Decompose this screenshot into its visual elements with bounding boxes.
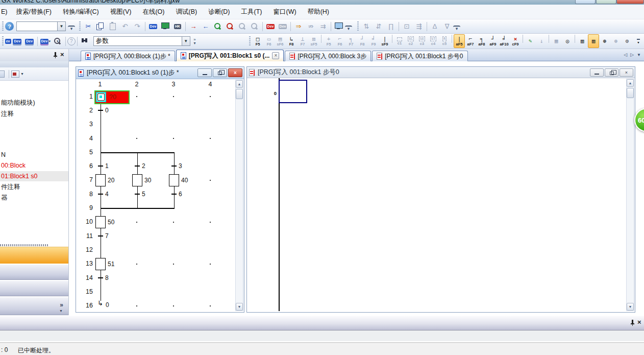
sfc-step[interactable] <box>132 174 142 186</box>
scroll-left-icon[interactable]: ◁ <box>624 52 627 57</box>
sfc-r-button[interactable]: Rc5 <box>439 34 450 48</box>
menu-item[interactable]: 搜索/替换(F) <box>11 5 57 19</box>
sfc-par-branch-button[interactable]: ╕F7 <box>345 34 357 48</box>
trace-icon[interactable]: ⊡ <box>401 21 413 32</box>
project-search-combobox[interactable]: ▼ <box>16 21 66 31</box>
pc-connection-icon[interactable] <box>333 21 345 32</box>
close-icon[interactable]: × <box>60 52 64 58</box>
minimize-button[interactable] <box>590 68 604 77</box>
sfc-vline-alt-button[interactable]: |aF5 <box>454 34 465 48</box>
document-tab[interactable]: [PRG]写入 001:Block1 s0 (... × <box>176 50 284 61</box>
sfc-sel-converge-button[interactable]: ┘F8 <box>357 34 368 48</box>
sfc-vline-button[interactable]: |sF9 <box>379 34 390 48</box>
chevron-down-icon[interactable]: ▼ <box>20 72 24 76</box>
cut-icon[interactable]: ✂ <box>82 21 94 32</box>
device-memory-icon[interactable]: Dev <box>23 36 36 47</box>
nav-tool-icon[interactable] <box>0 70 5 78</box>
nav-category-button[interactable]: » ▼ <box>0 297 68 315</box>
toolbar-overflow-icon[interactable]: ▾ <box>345 26 352 31</box>
paste-icon[interactable] <box>107 21 119 32</box>
sfc-transition-label[interactable]: 5 <box>142 191 145 198</box>
minimize-button[interactable] <box>197 68 212 77</box>
sfc-transition-label[interactable]: 1 <box>105 162 109 170</box>
trace-transfer-icon[interactable]: ⇶ <box>413 21 425 32</box>
scroll-down-icon[interactable]: ▼ <box>627 303 634 311</box>
menu-item[interactable]: 在线(O) <box>137 5 170 19</box>
pulse-icon[interactable]: ∏ <box>385 21 397 32</box>
sfc-block-button[interactable]: ▭F6 <box>263 34 275 48</box>
sfc-transition-label[interactable]: 4 <box>105 191 109 198</box>
menu-item[interactable]: 窗口(W) <box>268 5 302 19</box>
menu-item[interactable]: E) <box>0 5 11 19</box>
menu-item[interactable]: 转换/编译(C) <box>57 5 105 19</box>
toolbar-grip[interactable] <box>249 36 251 46</box>
device-display-icon[interactable]: Dev <box>147 21 159 32</box>
tree-item-block1[interactable]: 01:Block1 s0 <box>0 171 68 181</box>
sfc-sc-button[interactable]: SCc2 <box>405 34 416 48</box>
scroll-down-icon[interactable]: ▼ <box>236 303 243 311</box>
sfc-transition-label[interactable]: 3 <box>179 162 182 170</box>
entry-key-icon[interactable]: HK <box>171 21 184 32</box>
sfc-canvas[interactable]: 1234 12345678910111213141516 ?0 <box>77 80 234 311</box>
tree-item-device[interactable]: 器 <box>0 193 68 203</box>
tab-list-dropdown-icon[interactable]: ▼ <box>637 53 641 57</box>
device-test-icon[interactable]: ◎ <box>562 34 573 48</box>
menu-item[interactable]: 工具(T) <box>236 5 268 19</box>
watch-stop-icon[interactable]: ⇵ <box>373 21 385 32</box>
sort-step-icon[interactable]: ↓ <box>536 34 547 48</box>
project-filter-icon[interactable] <box>11 70 19 78</box>
sfc-par-converge-button[interactable]: ╛F9 <box>368 34 379 48</box>
chevron-down-icon[interactable]: ▼ <box>59 309 63 313</box>
document-tab[interactable]: [PRG]写入 000:Block 3步 <box>285 51 371 61</box>
close-button[interactable]: × <box>228 68 242 77</box>
scrollbar-thumb[interactable] <box>236 89 243 99</box>
device-test-grid-icon[interactable]: ▦ <box>551 34 562 48</box>
sfc-step[interactable] <box>95 216 106 228</box>
sfc-transition-label[interactable]: 8 <box>105 274 109 281</box>
more-buttons-icon[interactable]: » <box>60 301 63 309</box>
toolbar-overflow-icon[interactable]: ▾ <box>68 26 75 31</box>
menu-item[interactable]: 帮助(H) <box>302 5 335 19</box>
tree-item-module[interactable]: 能功能模块) <box>0 98 68 108</box>
step-run-icon[interactable]: ⇒ <box>292 21 305 32</box>
ladder-monitor-icon[interactable] <box>159 21 171 32</box>
sfc-auto-scroll-icon[interactable]: ▥ <box>588 34 599 48</box>
tree-item-main[interactable]: N <box>0 150 68 160</box>
graph-up-icon[interactable]: ∆ <box>429 21 441 32</box>
ladder-edit-cursor[interactable] <box>279 80 307 103</box>
sfc-comment-button[interactable]: c1 <box>394 34 405 48</box>
parameter-combobox[interactable]: 参数 ▼ <box>93 36 190 46</box>
sfc-transition-button[interactable]: +F5 <box>323 34 334 48</box>
sfc-branch-alt-button[interactable]: ⌐aF7 <box>465 34 476 48</box>
restore-button[interactable] <box>213 68 227 77</box>
toolbar-overflow-icon[interactable]: ▾ <box>633 34 644 48</box>
toolbar-grip[interactable] <box>2 21 4 32</box>
sfc-converge-alt-button[interactable]: ┘aF9 <box>487 34 499 48</box>
step-stop-icon[interactable]: ⇏ <box>305 21 317 32</box>
scrollbar-thumb[interactable] <box>627 88 634 98</box>
device-monitor-icon[interactable]: Dev <box>277 21 289 32</box>
sfc-step[interactable] <box>95 258 106 270</box>
device-search-icon[interactable]: ▾ <box>52 36 64 47</box>
sfc-transition-label[interactable]: 7 <box>105 232 109 240</box>
document-tab[interactable]: [PRG]写入 001:Block1 步号0 <box>372 51 467 61</box>
device-monitor-red-icon[interactable]: Dev <box>264 21 277 32</box>
scroll-up-icon[interactable]: ▲ <box>236 80 243 88</box>
sfc-transition-label[interactable]: 0 <box>105 107 109 114</box>
toolbar-grip[interactable] <box>357 21 359 32</box>
watch-start-icon[interactable]: ⇅ <box>360 21 373 32</box>
monitor-stop-icon[interactable] <box>224 21 236 32</box>
sfc-transition-label[interactable]: 2 <box>142 162 145 170</box>
monitor-condition-icon[interactable]: ⊛ <box>599 34 610 48</box>
sfc-st-button[interactable]: STc4 <box>428 34 439 48</box>
nav-category-button[interactable] <box>0 264 68 280</box>
sfc-step[interactable] <box>95 174 106 186</box>
menu-item[interactable]: 调试(B) <box>170 5 203 19</box>
read-from-plc-icon[interactable]: ← <box>200 21 212 32</box>
help-disabled-icon[interactable]: ? <box>67 37 76 45</box>
edit-comment-icon[interactable]: ✎ <box>525 34 536 48</box>
ladder-vertical-scrollbar[interactable]: ▲ ▼ <box>626 79 634 311</box>
find-icon[interactable] <box>79 36 91 47</box>
ladder-canvas[interactable]: 0 <box>248 78 625 311</box>
close-icon[interactable]: × <box>637 319 641 325</box>
